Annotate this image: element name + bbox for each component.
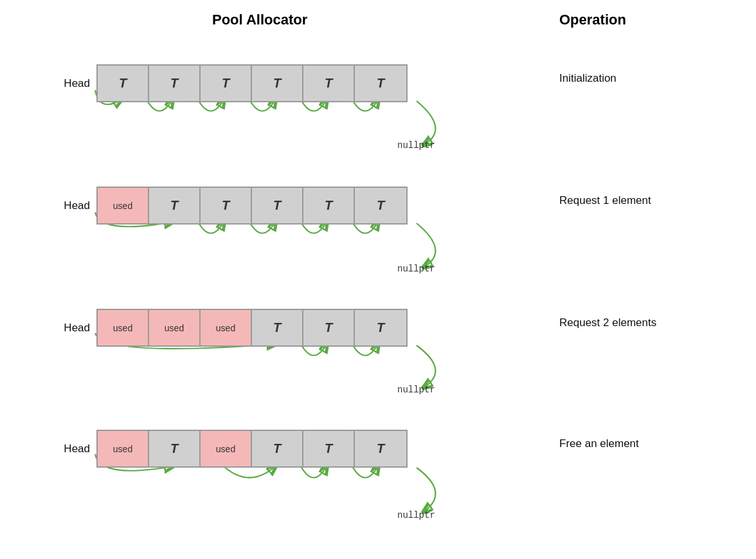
block-2-2: T	[201, 188, 252, 223]
pool-blocks-2: used T T T T T	[96, 187, 408, 225]
op-label-1: Initialization	[559, 72, 616, 85]
op-label-4: Free an element	[559, 437, 639, 450]
block-2-4: T	[303, 188, 355, 223]
head-label-2: Head	[51, 199, 90, 212]
nullptr-1: nullptr	[397, 140, 435, 151]
block-3-2: used	[201, 310, 252, 345]
op-label-3: Request 2 elements	[559, 316, 656, 329]
block-4-5: T	[355, 431, 406, 466]
block-3-5: T	[355, 310, 406, 345]
block-2-5: T	[355, 188, 406, 223]
block-1-3: T	[252, 66, 303, 101]
row-initialization: Head T T T T T T	[51, 64, 408, 102]
head-label-3: Head	[51, 322, 90, 334]
pool-blocks-4: used T used T T T	[96, 430, 408, 468]
block-1-4: T	[303, 66, 355, 101]
block-4-2: used	[201, 431, 252, 466]
block-4-4: T	[303, 431, 355, 466]
block-3-0: used	[98, 310, 149, 345]
pool-blocks-3: used used used T T T	[96, 309, 408, 347]
block-3-1: used	[149, 310, 201, 345]
block-3-3: T	[252, 310, 303, 345]
block-1-2: T	[201, 66, 252, 101]
block-2-1: T	[149, 188, 201, 223]
block-2-0: used	[98, 188, 149, 223]
title-operation: Operation	[559, 12, 626, 28]
row-request1: Head used T T T T T	[51, 187, 408, 225]
block-3-4: T	[303, 310, 355, 345]
head-label-4: Head	[51, 443, 90, 455]
op-label-2: Request 1 element	[559, 194, 651, 207]
block-2-3: T	[252, 188, 303, 223]
block-1-0: T	[98, 66, 149, 101]
block-1-1: T	[149, 66, 201, 101]
block-4-3: T	[252, 431, 303, 466]
head-label-1: Head	[51, 77, 90, 90]
block-4-1: T	[149, 431, 201, 466]
nullptr-2: nullptr	[397, 264, 435, 274]
row-free: Head used T used T T T	[51, 430, 408, 468]
nullptr-4: nullptr	[397, 510, 435, 520]
nullptr-3: nullptr	[397, 385, 435, 395]
block-1-5: T	[355, 66, 406, 101]
title-pool: Pool Allocator	[212, 12, 307, 28]
block-4-0: used	[98, 431, 149, 466]
row-request2: Head used used used T T T	[51, 309, 408, 347]
pool-blocks-1: T T T T T T	[96, 64, 408, 102]
